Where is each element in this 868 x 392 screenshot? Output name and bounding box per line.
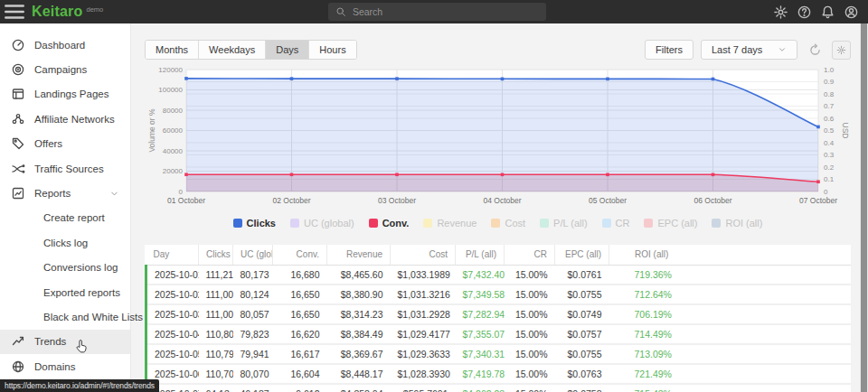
col-header-clicks[interactable]: Clicks — [199, 245, 233, 265]
cell-conv: 16,680 — [273, 265, 327, 285]
cell-cr: 15.00% — [505, 364, 555, 384]
hamburger-menu-icon[interactable] — [3, 0, 26, 23]
table-row: 2025-10-03111,0080,05716,650$8,314.23$1,… — [146, 304, 852, 324]
trends-chart: 02000040000600008000010000012000000.10.2… — [145, 65, 851, 213]
filters-button[interactable]: Filters — [645, 40, 693, 60]
col-header-cost[interactable]: Cost — [391, 245, 456, 265]
granularity-tabs: MonthsWeekdaysDaysHours — [145, 40, 357, 60]
account-avatar-icon[interactable] — [844, 5, 859, 20]
chevron-down-icon — [109, 189, 119, 199]
legend-item-cost[interactable]: Cost — [491, 218, 525, 229]
legend-label: ROI (all) — [725, 218, 762, 229]
col-header-conv[interactable]: Conv. — [273, 245, 327, 265]
legend-item-cr[interactable]: CR — [602, 218, 630, 229]
cell-day: 2025-10-05 — [146, 344, 199, 364]
legend-item-clicks[interactable]: Clicks — [233, 218, 276, 229]
col-header-epc-all[interactable]: EPC (all) — [555, 245, 609, 265]
col-header-p-l-all[interactable]: P/L (all) — [456, 245, 505, 265]
top-bar: Keitaro demo — [0, 0, 868, 23]
cell-cost: $1,031.3216 — [391, 285, 456, 304]
sidebar-item-landings-pages[interactable]: Landings Pages — [0, 82, 130, 107]
sidebar-item-black-and-white-lists[interactable]: Black and White Lists — [0, 304, 130, 329]
svg-text:0.5: 0.5 — [824, 126, 835, 135]
sidebar-item-traffic-sources[interactable]: Traffic Sources — [0, 156, 130, 181]
help-icon[interactable] — [797, 5, 812, 20]
sidebar-item-affiliate-networks[interactable]: Affiliate Networks — [0, 107, 130, 131]
sidebar-item-campaigns[interactable]: Campaigns — [0, 57, 130, 81]
cell-cr: 15.00% — [505, 285, 555, 304]
legend-swatch — [290, 219, 299, 228]
gear-icon — [836, 45, 846, 55]
global-search[interactable] — [328, 3, 546, 21]
legend-item-epc-all[interactable]: EPC (all) — [644, 218, 697, 229]
svg-text:0.1: 0.1 — [824, 175, 835, 183]
cell-revenue: $8,369.67 — [327, 344, 391, 364]
sidebar-item-label: Landings Pages — [34, 89, 108, 99]
legend-swatch — [602, 219, 611, 228]
traffic-icon — [11, 162, 25, 176]
cell-p-l-all: $7,340.31 — [456, 344, 505, 364]
cell-cr: 15.00% — [505, 384, 555, 392]
settings-gear-icon[interactable] — [773, 5, 788, 20]
sidebar-item-label: Traffic Sources — [34, 163, 104, 174]
scrollbar-thumb[interactable] — [861, 23, 867, 392]
legend-label: Clicks — [247, 218, 276, 229]
legend-item-p-l-all[interactable]: P/L (all) — [540, 218, 588, 229]
cell-roi-all: 715.43% — [609, 384, 852, 392]
svg-text:01 October: 01 October — [167, 196, 205, 205]
svg-text:60000: 60000 — [163, 126, 184, 135]
cell-uc-global: 79,941 — [233, 344, 273, 364]
sidebar-item-clicks-log[interactable]: Clicks log — [0, 230, 130, 255]
legend-item-conv[interactable]: Conv. — [369, 218, 410, 229]
chart-settings-button[interactable] — [832, 41, 851, 60]
col-header-day[interactable]: Day — [146, 245, 199, 265]
sidebar-item-offers[interactable]: Offers — [0, 132, 130, 156]
legend-item-uc-global[interactable]: UC (global) — [290, 218, 354, 229]
cell-revenue: $8,465.60 — [327, 265, 391, 285]
search-icon — [335, 6, 346, 18]
legend-item-revenue[interactable]: Revenue — [423, 218, 476, 229]
sidebar-item-create-report[interactable]: Create report — [0, 206, 130, 230]
refresh-button[interactable] — [805, 40, 825, 60]
sidebar-item-label: Affiliate Networks — [34, 114, 115, 125]
cell-p-l-all: $7,355.07 — [456, 324, 505, 344]
tab-weekdays[interactable]: Weekdays — [199, 41, 266, 59]
cell-conv: 16,617 — [273, 344, 327, 364]
trends-table-wrap: DayClicksUC (global)Conv.RevenueCostP/L … — [145, 245, 851, 392]
legend-label: CR — [616, 218, 630, 229]
tab-months[interactable]: Months — [146, 41, 199, 59]
cell-revenue: $4,858.04 — [327, 384, 391, 392]
tab-days[interactable]: Days — [266, 41, 309, 59]
sidebar-item-dashboard[interactable]: Dashboard — [0, 33, 130, 57]
legend-item-roi-all[interactable]: ROI (all) — [712, 218, 762, 229]
cell-roi-all: 714.49% — [609, 324, 852, 344]
sidebar-item-domains[interactable]: Domains — [0, 354, 130, 378]
sidebar-item-exported-reports[interactable]: Exported reports — [0, 280, 130, 304]
cell-p-l-all: $7,419.78 — [456, 364, 505, 384]
svg-text:06 October: 06 October — [693, 196, 731, 205]
svg-text:100000: 100000 — [158, 86, 183, 94]
sidebar-item-trends[interactable]: Trends — [0, 330, 130, 354]
col-header-roi-all[interactable]: ROI (all) — [609, 245, 852, 265]
campaigns-icon — [11, 62, 25, 77]
date-range-select[interactable]: Last 7 days — [701, 40, 797, 60]
sidebar-item-conversions-log[interactable]: Conversions log — [0, 256, 130, 280]
col-header-cr[interactable]: CR — [505, 245, 555, 265]
sidebar-item-reports[interactable]: Reports — [0, 181, 130, 205]
tab-hours[interactable]: Hours — [309, 41, 355, 59]
search-input[interactable] — [353, 6, 539, 17]
cell-revenue: $8,380.90 — [327, 285, 391, 304]
table-header-row: DayClicksUC (global)Conv.RevenueCostP/L … — [146, 245, 852, 265]
legend-swatch — [423, 219, 432, 228]
legend-swatch — [644, 219, 653, 228]
notifications-bell-icon[interactable] — [820, 5, 835, 20]
svg-text:0.4: 0.4 — [824, 139, 835, 147]
cell-epc-all: $0.0761 — [555, 265, 609, 285]
col-header-revenue[interactable]: Revenue — [327, 245, 391, 265]
vertical-scrollbar[interactable] — [860, 23, 868, 392]
col-header-uc-global[interactable]: UC (global) — [233, 245, 273, 265]
cell-p-l-all: $4,262.28 — [456, 384, 505, 392]
svg-text:04 October: 04 October — [483, 196, 521, 205]
cell-cost: $1,029.4177 — [391, 324, 456, 344]
table-row: 2025-10-04110,8079,82316,620$8,384.49$1,… — [146, 324, 852, 344]
